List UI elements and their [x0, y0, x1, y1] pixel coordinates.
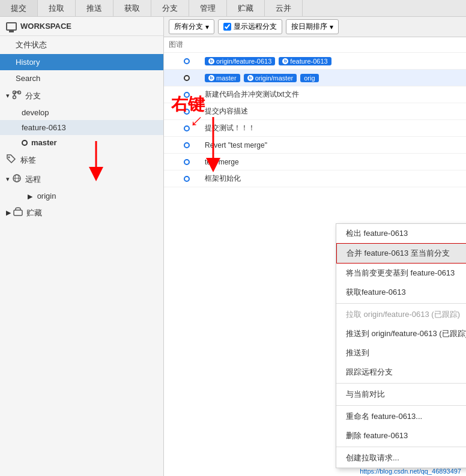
svg-point-1 [13, 96, 16, 99]
sidebar-section-stash[interactable]: ▶ 贮藏 [0, 203, 163, 222]
ctx-delete[interactable]: 删除 feature-0613 [336, 426, 466, 445]
context-menu: 检出 feature-0613 合并 feature-0613 至当前分支 将当… [336, 223, 466, 468]
sidebar-item-search[interactable]: Search [0, 70, 163, 86]
remote-section-label: 远程 [25, 174, 41, 185]
node-7 [184, 176, 190, 182]
graph-area: 图谱 b origin/feature-0613 b feature-0613 [164, 37, 466, 476]
branch-filter-select[interactable]: 所有分支 ▾ [169, 19, 214, 34]
tab-manage[interactable]: 管理 [189, 0, 227, 16]
ctx-separator-1 [336, 303, 466, 304]
sidebar-section-remote[interactable]: ▾ 远程 [0, 170, 163, 188]
ctx-pull-tracked: 拉取 origin/feature-0613 (已跟踪) [336, 305, 466, 324]
show-remote-checkbox-wrapper: 显示远程分支 [218, 19, 282, 34]
ctx-rename[interactable]: 重命名 feature-0613... [336, 407, 466, 426]
ctx-push-to[interactable]: 推送到 › [336, 343, 466, 363]
sidebar: WORKSPACE 文件状态 History Search ▾ 分支 [0, 17, 164, 476]
graph-node-6 [169, 159, 205, 165]
ctx-checkout[interactable]: 检出 feature-0613 [336, 224, 466, 243]
svg-point-4 [8, 157, 10, 158]
sort-select[interactable]: 按日期排序 ▾ [286, 19, 339, 34]
tab-branch[interactable]: 分支 [151, 0, 189, 16]
sidebar-item-history[interactable]: History [0, 54, 163, 70]
graph-header: 图谱 [164, 37, 466, 53]
commit-row-7[interactable]: 框架初始化 [164, 170, 466, 187]
tab-push[interactable]: 推送 [76, 0, 113, 16]
tab-commit[interactable]: 提交 [0, 0, 38, 16]
top-tab-bar: 提交 拉取 推送 获取 分支 管理 贮藏 云并 [0, 0, 466, 17]
stash-section-label: 贮藏 [26, 208, 42, 218]
node-2 [184, 92, 190, 98]
monitor-icon [6, 22, 17, 31]
sidebar-remote-origin[interactable]: ▶ origin [0, 188, 163, 203]
ctx-create-pr[interactable]: 创建拉取请求... [336, 448, 466, 468]
tag-origin-master: b origin/master [244, 74, 297, 82]
tag-orig: orig [300, 74, 318, 82]
commit-row-0[interactable]: b origin/feature-0613 b feature-0613 [164, 53, 466, 70]
ctx-rebase[interactable]: 将当前变更变基到 feature-0613 [336, 264, 466, 283]
svg-rect-8 [14, 210, 22, 215]
sidebar-item-file-status[interactable]: 文件状态 [0, 36, 163, 54]
graph-node-0 [169, 58, 205, 64]
sidebar-section-branches[interactable]: ▾ 分支 [0, 86, 163, 105]
sort-label: 按日期排序 [291, 22, 327, 32]
commit-message-4: 提交测试！！！ [205, 123, 461, 133]
branches-section-label: 分支 [25, 91, 41, 101]
ctx-merge[interactable]: 合并 feature-0613 至当前分支 [336, 243, 466, 264]
sort-dropdown-icon: ▾ [330, 23, 333, 31]
tag-master: b master [205, 74, 240, 82]
tab-merge[interactable]: 云并 [265, 0, 303, 16]
graph-node-7 [169, 176, 205, 182]
remote-section-icon [12, 173, 22, 185]
commit-row-3[interactable]: 提交内容描述 [164, 103, 466, 120]
workspace-header: WORKSPACE [0, 17, 163, 36]
origin-label: origin [37, 191, 56, 200]
sidebar-branch-master[interactable]: master [0, 135, 163, 150]
chevron-down-icon-remote: ▾ [6, 175, 10, 183]
workspace-label: WORKSPACE [20, 22, 71, 31]
show-remote-checkbox[interactable] [223, 23, 231, 31]
graph-node-4 [169, 125, 205, 131]
main-layout: WORKSPACE 文件状态 History Search ▾ 分支 [0, 17, 466, 476]
sidebar-branch-feature0613[interactable]: feature-0613 [0, 120, 163, 135]
tab-pull[interactable]: 拉取 [38, 0, 76, 16]
graph-node-5 [169, 142, 205, 148]
node-5 [184, 142, 190, 148]
bitbucket-icon-3: b [208, 75, 214, 81]
ctx-push-tracked[interactable]: 推送到 origin/feature-0613 (已跟踪) [336, 324, 466, 343]
tags-section-label: 标签 [20, 155, 36, 166]
node-4 [184, 125, 190, 131]
commit-row-5[interactable]: Revert "test merge" [164, 137, 466, 154]
commit-row-2[interactable]: 新建代码合并冲突测试txt文件 [164, 86, 466, 103]
ctx-separator-3 [336, 405, 466, 406]
sidebar-section-tags[interactable]: 标签 [0, 150, 163, 170]
graph-node-2 [169, 92, 205, 98]
dropdown-arrow-icon: ▾ [205, 23, 209, 31]
sidebar-branch-develop[interactable]: develop [0, 105, 163, 120]
commit-message-7: 框架初始化 [205, 173, 461, 184]
show-remote-label: 显示远程分支 [234, 22, 277, 32]
master-circle [184, 75, 190, 81]
bitbucket-icon-4: b [247, 75, 253, 81]
ctx-fetch[interactable]: 获取feature-0613 [336, 283, 466, 302]
ctx-separator-4 [336, 447, 466, 447]
ctx-diff[interactable]: 与当前对比 [336, 385, 466, 404]
content-area: 所有分支 ▾ 显示远程分支 按日期排序 ▾ 图谱 [164, 17, 466, 476]
commit-message-3: 提交内容描述 [205, 106, 461, 116]
node-6 [184, 159, 190, 165]
commit-message-2: 新建代码合并冲突测试txt文件 [205, 89, 461, 100]
commit-row-4[interactable]: 提交测试！！！ [164, 120, 466, 137]
commit-row-1[interactable]: b master b origin/master orig [164, 70, 466, 86]
tag-feature0613: b feature-0613 [279, 57, 331, 65]
node-0 [184, 58, 190, 64]
commit-row-6[interactable]: test merge [164, 154, 466, 170]
stash-section-icon [13, 207, 23, 218]
graph-node-3 [169, 109, 205, 115]
node-3 [184, 109, 190, 115]
graph-node-1 [169, 75, 205, 81]
master-dot-icon [22, 140, 28, 146]
commit-message-6: test merge [205, 158, 461, 166]
ctx-track-remote[interactable]: 跟踪远程分支 › [336, 363, 466, 382]
chevron-right-icon-stash: ▶ [6, 209, 11, 217]
tab-stash[interactable]: 贮藏 [227, 0, 265, 16]
tab-fetch[interactable]: 获取 [113, 0, 151, 16]
